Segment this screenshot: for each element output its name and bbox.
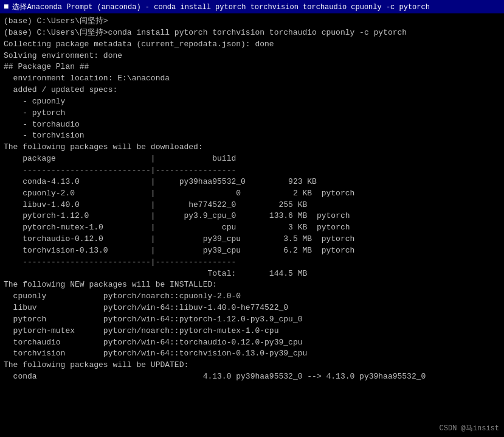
terminal-line: conda-4.13.0 | py39haa95532_0 923 KB <box>4 177 500 188</box>
terminal-line: environment location: E:\anaconda <box>4 73 500 85</box>
terminal-icon: ■ <box>4 2 9 12</box>
terminal-line: - torchvision <box>4 130 500 142</box>
terminal-line: pytorch-mutex pytorch/noarch::pytorch-mu… <box>4 326 500 337</box>
terminal-line: - cpuonly <box>4 96 500 108</box>
terminal-line: The following packages will be downloade… <box>4 142 500 153</box>
terminal-line: torchvision pytorch/win-64::torchvision-… <box>4 348 500 360</box>
terminal-window: (base) C:\Users\闫坚持>(base) C:\Users\闫坚持>… <box>0 13 504 437</box>
terminal-line: libuv pytorch/win-64::libuv-1.40.0-he774… <box>4 302 500 314</box>
terminal-line: - pytorch <box>4 108 500 119</box>
terminal-line: torchaudio pytorch/win-64::torchaudio-0.… <box>4 337 500 349</box>
terminal-line: pytorch-mutex-1.0 | cpu 3 KB pytorch <box>4 222 500 234</box>
terminal-line: package | build <box>4 153 500 165</box>
terminal-line: ## Package Plan ## <box>4 61 500 73</box>
terminal-line: conda 4.13.0 py39haa95532_0 --> 4.13.0 p… <box>4 371 500 383</box>
terminal-line: torchvision-0.13.0 | py39_cpu 6.2 MB pyt… <box>4 245 500 257</box>
terminal-line: libuv-1.40.0 | he774522_0 255 KB <box>4 200 500 211</box>
terminal-line: The following packages will be UPDATED: <box>4 360 500 371</box>
terminal-line: pytorch-1.12.0 | py3.9_cpu_0 133.6 MB py… <box>4 211 500 222</box>
terminal-line: (base) C:\Users\闫坚持> <box>4 16 500 27</box>
terminal-line: added / updated specs: <box>4 85 500 96</box>
terminal-output: (base) C:\Users\闫坚持>(base) C:\Users\闫坚持>… <box>4 16 500 383</box>
terminal-line: torchaudio-0.12.0 | py39_cpu 3.5 MB pyto… <box>4 234 500 245</box>
watermark: CSDN @马insist <box>440 423 499 433</box>
title-bar: ■ 选择Anaconda Prompt (anaconda) - conda i… <box>0 0 504 13</box>
terminal-line: cpuonly pytorch/noarch::cpuonly-2.0-0 <box>4 291 500 302</box>
terminal-line: cpuonly-2.0 | 0 2 KB pytorch <box>4 188 500 200</box>
terminal-line: Solving environment: done <box>4 51 500 62</box>
terminal-line: ---------------------------|------------… <box>4 165 500 177</box>
title-bar-text: 选择Anaconda Prompt (anaconda) - conda ins… <box>12 2 430 12</box>
terminal-line: The following NEW packages will be INSTA… <box>4 279 500 291</box>
terminal-line: - torchaudio <box>4 119 500 131</box>
terminal-line: ---------------------------|------------… <box>4 257 500 268</box>
terminal-line: pytorch pytorch/win-64::pytorch-1.12.0-p… <box>4 314 500 326</box>
terminal-line: (base) C:\Users\闫坚持>conda install pytorc… <box>4 27 500 39</box>
terminal-line: Collecting package metadata (current_rep… <box>4 39 500 51</box>
terminal-line: Total: 144.5 MB <box>4 268 500 280</box>
